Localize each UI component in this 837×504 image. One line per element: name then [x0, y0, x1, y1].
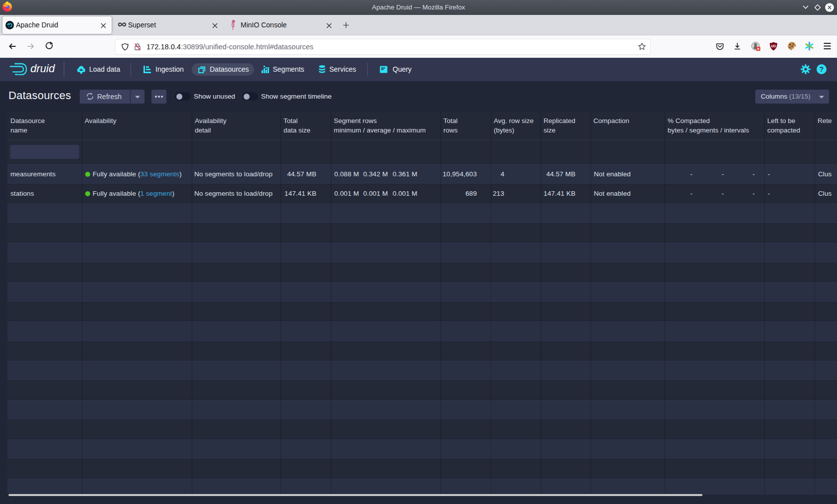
svg-text:?: ? — [820, 65, 824, 73]
svg-text:UO: UO — [771, 44, 776, 48]
